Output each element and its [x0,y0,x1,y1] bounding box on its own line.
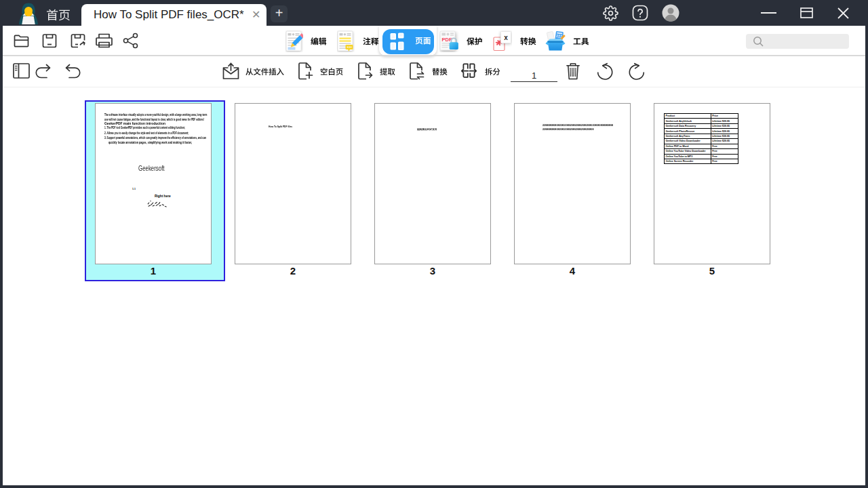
svg-text:x: x [504,34,508,41]
